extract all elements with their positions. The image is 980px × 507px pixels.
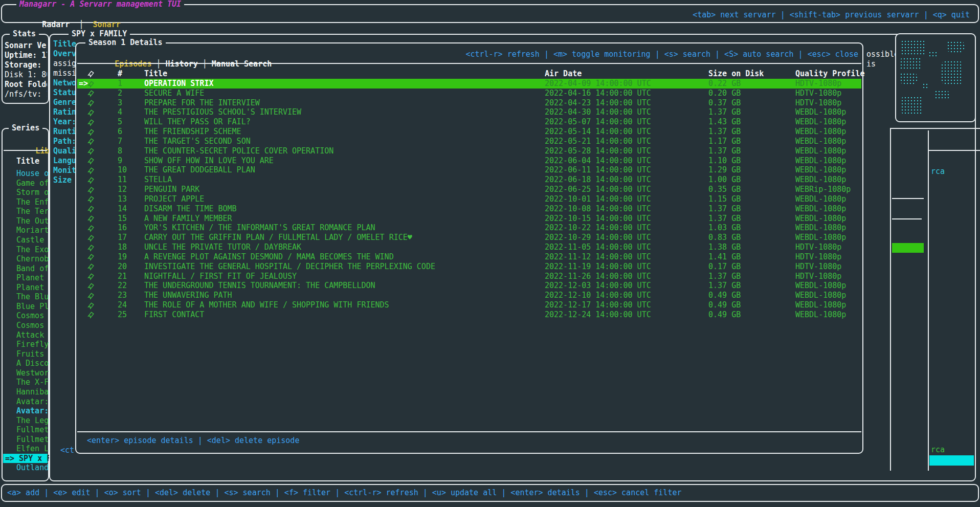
episode-row[interactable]: 13PROJECT APPLE2022-10-01 14:00:00 UTC1.… [77,194,861,204]
episode-row[interactable]: 19A REVENGE PLOT AGAINST DESMOND / MAMA … [77,252,861,262]
series-list-item[interactable]: Castle [3,235,48,245]
episode-size-cell: 1.37 GB [708,107,741,117]
series-field-label: Genre [53,98,77,107]
episode-number-cell: 2 [118,89,122,98]
episode-air-date-cell: 2022-11-05 14:00:00 UTC [545,243,651,252]
episode-air-date-cell: 2022-10-08 14:00:00 UTC [545,204,651,214]
series-list-item[interactable]: Storm o [3,188,48,197]
episode-row[interactable]: 10THE GREAT DODGEBALL PLAN2022-06-11 14:… [77,165,861,175]
series-list-item[interactable]: Avatar: [3,406,48,416]
episode-row[interactable]: 5WILL THEY PASS OR FAIL?2022-05-07 14:00… [77,117,861,127]
season-details-popup: Season 1 Details Episodes │ History │ Ma… [75,42,863,454]
series-list-item[interactable]: Hanniba [3,387,48,397]
episode-row[interactable]: =>1OPERATION STRIX2022-04-09 14:00:00 UT… [77,79,861,89]
series-list-item[interactable]: Cosmos [3,311,48,321]
series-list-item[interactable]: Fullmet [3,425,48,435]
bookmark-icon [87,195,95,205]
series-list-item[interactable]: The Blu [3,292,48,302]
series-list-item[interactable]: Outland [3,463,48,473]
managarr-dotted-logo [898,36,973,120]
series-list-item[interactable]: => SPY x F [3,454,48,464]
series-list-item[interactable]: Attack [3,330,48,340]
series-list-item[interactable]: The Ter [3,207,48,216]
stats-lines: Sonarr VerUptime: 17Storage:Disk 1: 80Ro… [5,41,47,99]
episode-row[interactable]: 7THE TARGET'S SECOND SON2022-05-21 14:00… [77,137,861,146]
series-list-item[interactable]: Moriart [3,226,48,235]
episode-row[interactable]: 20INVESTIGATE THE GENERAL HOSPITAL / DEC… [77,262,861,272]
app-title: Managarr - A Servarr management TUI [16,0,184,9]
series-list-item[interactable]: Blue Pl [3,302,48,312]
episode-row[interactable]: 2SECURE A WIFE2022-04-16 14:00:00 UTC0.2… [77,89,861,98]
episode-size-cell: 1.41 GB [708,252,741,262]
episode-row[interactable]: 12PENGUIN PARK2022-06-25 14:00:00 UTC0.3… [77,185,861,194]
episode-size-cell: 0.22 GB [708,79,741,89]
episode-row[interactable]: 8THE COUNTER-SECRET POLICE COVER OPERATI… [77,146,861,156]
episode-row[interactable]: 14DISARM THE TIME BOMB2022-10-08 14:00:0… [77,204,861,214]
series-list-item[interactable]: Avatar: [3,397,48,407]
episode-air-date-cell: 2022-05-21 14:00:00 UTC [545,137,651,146]
episode-row[interactable]: 4THE PRESTIGIOUS SCHOOL'S INTERVIEW2022-… [77,107,861,117]
episode-number-cell: 3 [118,98,122,108]
top-keybinds: <tab> next servarr | <shift-tab> previou… [693,10,970,20]
episode-row[interactable]: 18UNCLE THE PRIVATE TUTOR / DAYBREAK2022… [77,243,861,252]
episode-title-cell: THE FRIENDSHIP SCHEME [144,127,241,137]
episode-quality-cell: WEBDL-1080p [795,291,846,300]
series-list-item[interactable]: The Leg [3,416,48,426]
episode-row[interactable]: 22THE UNDERGROUND TENNIS TOURNAMENT: THE… [77,281,861,291]
episode-row[interactable]: 16YOR'S KITCHEN / THE INFORMANT'S GREAT … [77,223,861,233]
episode-row[interactable]: 6THE FRIENDSHIP SCHEME2022-05-14 14:00:0… [77,127,861,137]
series-field-label: Langu [53,156,77,166]
logo-panel [895,33,976,122]
bookmark-icon [87,243,95,253]
tab-history[interactable]: History [166,59,198,69]
episode-row[interactable]: 15A NEW FAMILY MEMBER2022-10-15 14:00:00… [77,214,861,224]
series-list-item[interactable]: Cosmos [3,321,48,330]
series-list-item[interactable]: Chernob [3,254,48,264]
series-list-item[interactable]: Fruits [3,349,48,359]
tab-radarr[interactable]: Radarr [42,20,70,29]
episode-row[interactable]: 9SHOW OFF HOW IN LOVE YOU ARE2022-06-04 … [77,156,861,166]
episode-title-cell: THE GREAT DODGEBALL PLAN [144,165,255,175]
series-list-item[interactable]: Firefly [3,340,48,349]
episode-row[interactable]: 3PREPARE FOR THE INTERVIEW2022-04-23 14:… [77,98,861,108]
series-list-item[interactable]: Westwor [3,368,48,378]
episode-row[interactable]: 24THE ROLE OF A MOTHER AND WIFE / SHOPPI… [77,300,861,310]
episode-title-cell: A REVENGE PLOT AGAINST DESMOND / MAMA BE… [144,252,394,262]
bookmark-icon [87,166,95,175]
series-list-item[interactable]: Elfen L [3,444,48,454]
series-list-item[interactable]: The X-F [3,378,48,387]
episode-number-cell: 11 [118,175,127,185]
season-keybinds: <ctrl-r> refresh | <m> toggle monitoring… [465,50,858,59]
series-list-item[interactable]: The Enf [3,197,48,207]
series-list-item[interactable]: Fullmet [3,435,48,445]
episode-title-cell: CARRY OUT THE GRIFFIN PLAN / FULLMETAL L… [144,233,412,243]
episode-quality-cell: WEBDL-1080p [795,233,846,243]
series-list-item[interactable]: The Out [3,216,48,226]
episode-number-cell: 21 [118,272,127,281]
episode-row[interactable]: 23THE UNWAVERING PATH2022-12-10 14:00:00… [77,291,861,300]
episode-row[interactable]: 11STELLA2022-06-18 14:00:00 UTC1.00 GBWE… [77,175,861,185]
episode-title-cell: A NEW FAMILY MEMBER [144,214,232,224]
episode-row[interactable]: 21NIGHTFALL / FIRST FIT OF JEALOUSY2022-… [77,272,861,281]
episode-size-cell: 1.29 GB [708,165,741,175]
series-list-item[interactable]: Planet [3,273,48,283]
episode-row[interactable]: 17CARRY OUT THE GRIFFIN PLAN / FULLMETAL… [77,233,861,243]
episode-title-cell: THE ROLE OF A MOTHER AND WIFE / SHOPPING… [144,300,389,310]
series-list-item[interactable]: House o [3,169,48,179]
episode-quality-cell: HDTV-1080p [795,98,841,108]
episode-air-date-cell: 2022-11-19 14:00:00 UTC [545,262,651,272]
series-list-item[interactable]: Planet [3,283,48,293]
tab-manual-search[interactable]: Manual Search [212,59,272,69]
episode-row[interactable]: 25FIRST CONTACT2022-12-24 14:00:00 UTC0.… [77,310,861,320]
episode-quality-cell: WEBDL-1080p [795,127,846,137]
series-list-item[interactable]: The Exo [3,245,48,255]
tab-sonarr[interactable]: Sonarr [93,20,121,29]
episode-quality-cell: HDTV-1080p [795,272,841,281]
stats-line: Uptime: 17 [5,51,47,60]
episode-number-cell: 15 [118,214,127,224]
series-list-item[interactable]: A Disco [3,359,48,368]
series-field-label: Overv [53,49,77,59]
series-list-item[interactable]: Game of [3,179,48,188]
tab-episodes[interactable]: Episodes [115,59,151,69]
series-list-item[interactable]: Band of [3,264,48,274]
